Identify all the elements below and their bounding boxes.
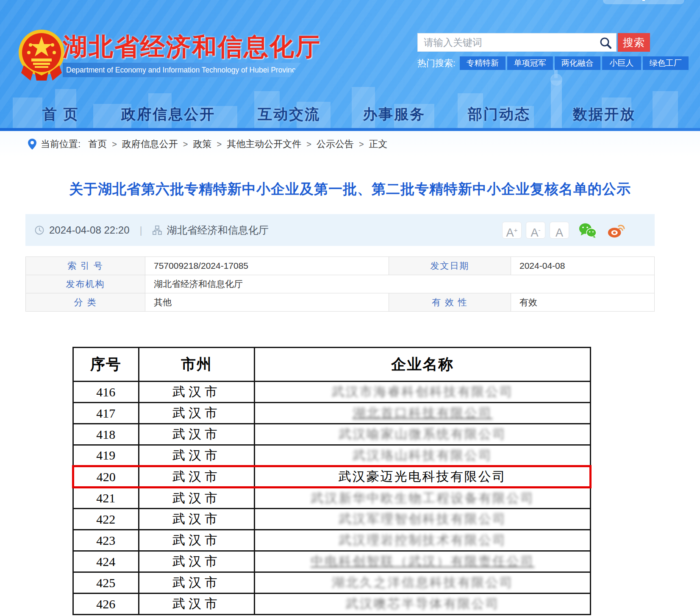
company-list-table: 序号 市州 企业名称 416 武汉市 武汉市海睿科创科技有限公司 417 武汉市… [72, 347, 592, 615]
issue-date-label: 发文日期 [389, 257, 511, 275]
meta-row-org: 发布机构 湖北省经济和信息化厅 [26, 275, 655, 293]
nav-item-department-news[interactable]: 部门动态 [468, 105, 531, 124]
article-meta-right: A+ A- A [498, 222, 655, 239]
table-row: 416 武汉市 武汉市海睿科创科技有限公司 [73, 382, 591, 403]
row-425-no: 425 [73, 572, 139, 594]
hot-search-label: 热门搜索: [417, 57, 456, 69]
breadcrumb-item-policy[interactable]: 政策 [193, 138, 212, 151]
search-button[interactable]: 搜索 [618, 33, 650, 52]
location-pin-icon [28, 139, 36, 150]
nav-item-gov-info[interactable]: 政府信息公开 [121, 105, 215, 124]
browser-overlay-artifact [603, 0, 684, 4]
issuing-org-value: 湖北省经济和信息化厅 [145, 275, 655, 293]
row-416-name: 武汉市海睿科创科技有限公司 [255, 382, 591, 403]
row-424-no: 424 [73, 551, 139, 572]
row-418-name: 武汉喻家山微系统有限公司 [255, 424, 591, 445]
weibo-share-icon[interactable] [606, 222, 625, 239]
meta-row-index: 索 引 号 757009218/2024-17085 发文日期 2024-04-… [26, 257, 655, 275]
row-422-no: 422 [73, 509, 139, 530]
table-row: 422 武汉市 武汉军理智创科技有限公司 [73, 509, 591, 530]
hot-search-item-3[interactable]: 小巨人 [602, 56, 641, 70]
table-row: 419 武汉市 武汉珞山科技有限公司 [73, 445, 591, 466]
row-418-city: 武汉市 [139, 424, 255, 445]
validity-value: 有效 [511, 293, 655, 312]
row-425-city: 武汉市 [139, 572, 255, 594]
breadcrumb-separator: > [217, 139, 222, 149]
breadcrumb-item-other-files[interactable]: 其他主动公开文件 [227, 138, 301, 151]
breadcrumb-item-gov-info[interactable]: 政府信息公开 [122, 138, 178, 151]
header-city: 市州 [139, 348, 255, 382]
table-header-row: 序号 市州 企业名称 [73, 348, 591, 382]
page-title: 关于湖北省第六批专精特新中小企业及第一批、第二批专精特新中小企业复核名单的公示 [32, 180, 668, 199]
publish-time: 2024-04-08 22:20 [49, 224, 130, 236]
font-size-decrease-button[interactable]: A- [526, 222, 545, 239]
table-row: 421 武汉市 武汉新华中欧生物工程设备有限公司 [73, 488, 591, 509]
hot-search-item-0[interactable]: 专精特新 [460, 56, 506, 70]
font-size-reset-button[interactable]: A [550, 222, 569, 239]
article-source: 湖北省经济和信息化厅 [167, 223, 269, 237]
table-row: 424 武汉市 中电科创智联（武汉）有限责任公司 [73, 551, 591, 572]
nav-item-services[interactable]: 办事服务 [363, 105, 425, 124]
row-423-no: 423 [73, 530, 139, 551]
search-icon[interactable] [599, 36, 612, 49]
row-423-name: 武汉理岩控制技术有限公司 [255, 530, 591, 551]
row-419-name: 武汉珞山科技有限公司 [255, 445, 591, 466]
row-424-name: 中电科创智联（武汉）有限责任公司 [255, 551, 591, 572]
font-size-increase-button[interactable]: A+ [502, 222, 522, 239]
clock-icon [35, 226, 44, 235]
row-416-no: 416 [73, 382, 139, 403]
breadcrumb-item-article[interactable]: 正文 [369, 138, 388, 151]
article-meta-left: 2024-04-08 22:20 | 湖北省经济和信息化厅 [25, 223, 269, 237]
article-meta-strip: 2024-04-08 22:20 | 湖北省经济和信息化厅 A+ A- A [25, 214, 655, 246]
nav-item-interaction[interactable]: 互动交流 [258, 105, 320, 124]
highlighted-table-row: 420 武汉市 武汉豪迈光电科技有限公司 [73, 466, 591, 488]
category-value: 其他 [145, 293, 389, 312]
hot-search-item-4[interactable]: 绿色工厂 [643, 56, 689, 70]
nav-item-home[interactable]: 首 页 [42, 105, 79, 124]
row-418-no: 418 [73, 424, 139, 445]
main-nav: 首 页 政府信息公开 互动交流 办事服务 部门动态 数据开放 [42, 102, 636, 127]
meta-row-category: 分 类 其他 有 效 性 有效 [26, 293, 655, 312]
breadcrumb-label: 当前位置: [41, 138, 81, 151]
breadcrumb-separator: > [112, 139, 117, 149]
nav-item-open-data[interactable]: 数据开放 [573, 105, 636, 124]
hot-search-item-2[interactable]: 两化融合 [555, 56, 600, 70]
breadcrumb-item-home[interactable]: 首页 [88, 138, 107, 151]
row-426-city: 武汉市 [139, 594, 255, 615]
overlay-dot [642, 0, 645, 1]
row-424-city: 武汉市 [139, 551, 255, 572]
row-417-name: 湖北首口科技有限公司 [255, 403, 591, 424]
table-row: 423 武汉市 武汉理岩控制技术有限公司 [73, 530, 591, 551]
breadcrumb-item-announcements[interactable]: 公示公告 [317, 138, 354, 151]
category-label: 分 类 [26, 293, 145, 312]
breadcrumb: 当前位置: 首页 > 政府信息公开 > 政策 > 其他主动公开文件 > 公示公告… [0, 131, 700, 157]
index-number-label: 索 引 号 [26, 257, 145, 275]
site-header: 湖北省经济和信息化厅 Department of Economy and Inf… [0, 0, 700, 131]
meta-divider: | [140, 224, 142, 236]
site-title: 湖北省经济和信息化厅 [63, 31, 444, 64]
wechat-share-icon[interactable] [578, 222, 597, 239]
document-meta-table: 索 引 号 757009218/2024-17085 发文日期 2024-04-… [25, 256, 655, 312]
row-421-city: 武汉市 [139, 488, 255, 509]
row-426-no: 426 [73, 594, 139, 615]
breadcrumb-separator: > [359, 139, 364, 149]
hot-search-item-1[interactable]: 单项冠军 [507, 56, 553, 70]
row-420-name: 武汉豪迈光电科技有限公司 [255, 466, 591, 488]
row-422-city: 武汉市 [139, 509, 255, 530]
header-company-name: 企业名称 [255, 348, 591, 382]
page: 湖北省经济和信息化厅 Department of Economy and Inf… [0, 0, 700, 616]
row-417-no: 417 [73, 403, 139, 424]
row-416-city: 武汉市 [139, 382, 255, 403]
table-row: 426 武汉市 武汉噢芯半导体有限公司 [73, 594, 591, 615]
header-serial-number: 序号 [73, 348, 139, 382]
row-420-no: 420 [73, 466, 139, 488]
row-420-city: 武汉市 [139, 466, 255, 488]
breadcrumb-separator: > [183, 139, 188, 149]
table-row: 418 武汉市 武汉喻家山微系统有限公司 [73, 424, 591, 445]
row-421-name: 武汉新华中欧生物工程设备有限公司 [255, 488, 591, 509]
search-input[interactable] [418, 33, 596, 51]
breadcrumb-separator: > [306, 139, 311, 149]
issue-date-value: 2024-04-08 [511, 257, 655, 275]
nav-underline [0, 128, 700, 131]
row-426-name: 武汉噢芯半导体有限公司 [255, 594, 591, 615]
